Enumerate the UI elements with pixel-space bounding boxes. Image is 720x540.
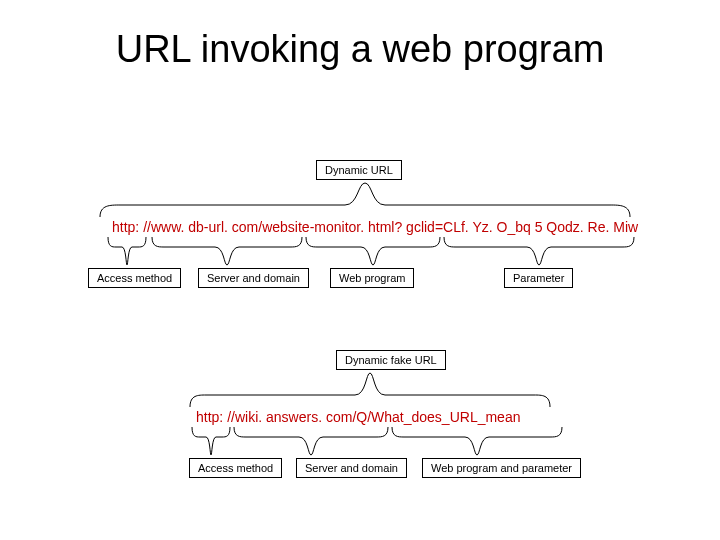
bracket-web-1 — [306, 237, 440, 265]
label-access-method-1: Access method — [88, 268, 181, 288]
label-access-method-2: Access method — [189, 458, 282, 478]
bracket-top-1 — [100, 183, 630, 217]
label-server-domain-1: Server and domain — [198, 268, 309, 288]
bracket-access-2 — [192, 427, 230, 455]
bracket-param-1 — [444, 237, 634, 265]
bracket-access-1 — [108, 237, 146, 265]
url-text-1: http: //www. db-url. com/website-monitor… — [112, 219, 638, 235]
bracket-top-2 — [190, 373, 550, 407]
url-text-2: http: //wiki. answers. com/Q/What_does_U… — [196, 409, 520, 425]
bracket-web-2 — [392, 427, 562, 455]
label-server-domain-2: Server and domain — [296, 458, 407, 478]
bracket-server-1 — [152, 237, 302, 265]
label-dynamic-url-1: Dynamic URL — [316, 160, 402, 180]
slide-title: URL invoking a web program — [0, 28, 720, 71]
label-web-program-1: Web program — [330, 268, 414, 288]
label-dynamic-url-2: Dynamic fake URL — [336, 350, 446, 370]
label-parameter-1: Parameter — [504, 268, 573, 288]
bracket-server-2 — [234, 427, 388, 455]
label-web-program-parameter-2: Web program and parameter — [422, 458, 581, 478]
